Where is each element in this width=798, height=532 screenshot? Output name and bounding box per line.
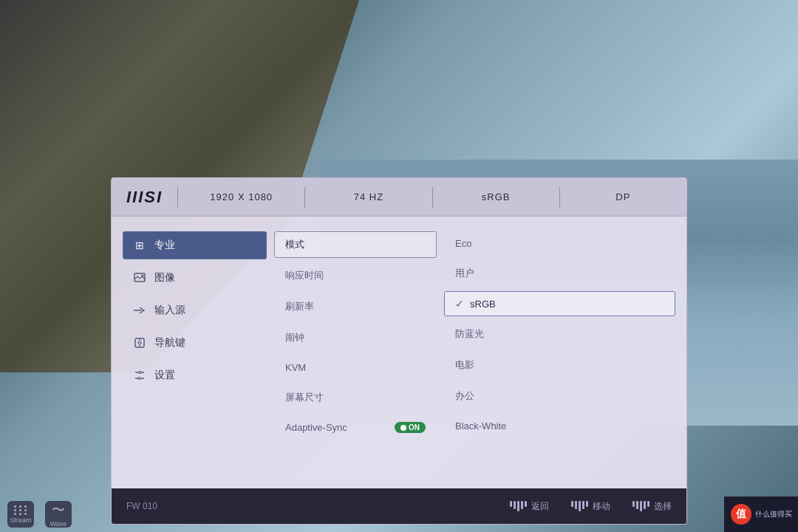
option-movie[interactable]: 电影: [444, 352, 675, 378]
zhi-text: 什么值得买: [755, 509, 792, 519]
mode-header[interactable]: 模式: [274, 231, 437, 258]
office-label: 办公: [455, 389, 474, 403]
zhidetamai-badge: 值 什么值得买: [724, 497, 798, 532]
nav-back-icon: [510, 501, 527, 511]
bottom-nav: 返回 移动 选择: [510, 500, 672, 513]
osd-body: ⊞ 专业 图像: [112, 216, 686, 524]
mode-refresh-rate[interactable]: 刷新率: [274, 293, 437, 320]
toggle-text: ON: [409, 423, 420, 432]
adaptive-sync-label: Adaptive-Sync: [285, 422, 347, 433]
right-column: Eco 用户 ✓ sRGB 防蓝光 电影 办公 Black-White: [444, 231, 675, 513]
adaptive-sync-toggle[interactable]: ON: [395, 422, 426, 433]
kvm-label: KVM: [285, 362, 306, 373]
osd-bottom-bar: FW 010 返回 移: [112, 488, 686, 524]
image-icon: [132, 270, 147, 285]
svg-point-1: [142, 275, 144, 277]
option-user[interactable]: 用户: [444, 260, 675, 287]
stream-label: Stream: [10, 516, 31, 524]
nav-select-label: 选择: [654, 500, 672, 513]
mode-screen-size[interactable]: 屏幕尺寸: [274, 384, 437, 411]
option-black-white[interactable]: Black-White: [444, 414, 675, 438]
svg-point-12: [138, 378, 140, 380]
wave-link-icon: 〜: [52, 501, 65, 519]
mode-response-time[interactable]: 响应时间: [274, 262, 437, 289]
middle-column: 模式 响应时间 刷新率 闹钟 KVM 屏幕尺寸 Adaptive-Sync: [274, 231, 437, 513]
nav-back[interactable]: 返回: [510, 500, 549, 513]
taskbar-wave-link[interactable]: 〜 Wave: [45, 501, 72, 528]
sidebar-item-image[interactable]: 图像: [123, 264, 267, 292]
taskbar: Stream 〜 Wave: [0, 497, 148, 532]
taskbar-stream[interactable]: Stream: [7, 501, 34, 528]
nav-key-icon: [132, 335, 147, 350]
movie-label: 电影: [455, 358, 474, 372]
sidebar-item-professional[interactable]: ⊞ 专业: [123, 231, 267, 259]
sidebar-label-image: 图像: [154, 271, 175, 284]
svg-point-11: [139, 372, 141, 374]
mode-label: 模式: [285, 238, 304, 251]
option-srgb[interactable]: ✓ sRGB: [444, 291, 675, 316]
mode-adaptive-sync[interactable]: Adaptive-Sync ON: [274, 415, 437, 440]
header-input: DP: [560, 191, 686, 202]
option-blue-light[interactable]: 防蓝光: [444, 321, 675, 347]
black-white-label: Black-White: [455, 420, 506, 432]
sidebar-item-input-source[interactable]: 输入源: [123, 296, 267, 324]
check-icon: ✓: [455, 298, 464, 310]
sidebar: ⊞ 专业 图像: [123, 231, 267, 513]
response-time-label: 响应时间: [285, 269, 324, 282]
user-label: 用户: [455, 267, 474, 280]
sidebar-label-input: 输入源: [154, 304, 185, 317]
eco-label: Eco: [455, 238, 471, 249]
osd-panel: IIISI 1920 X 1080 74 HZ sRGB DP ⊞ 专业: [111, 177, 687, 525]
stream-icon: [14, 505, 28, 515]
nav-select[interactable]: 选择: [632, 500, 672, 513]
header-color: sRGB: [433, 191, 559, 202]
nav-move-label: 移动: [593, 500, 610, 513]
settings-icon: [132, 368, 147, 383]
header-resolution: 1920 X 1080: [178, 191, 304, 202]
toggle-indicator: [400, 425, 406, 431]
mode-kvm[interactable]: KVM: [274, 355, 437, 380]
svg-point-4: [138, 341, 141, 344]
nav-move-icon: [571, 501, 588, 511]
osd-header: IIISI 1920 X 1080 74 HZ sRGB DP: [112, 178, 686, 216]
msi-logo: IIISI: [112, 188, 177, 207]
sidebar-label-professional: 专业: [154, 239, 175, 252]
srgb-label: sRGB: [470, 299, 496, 310]
mode-alarm[interactable]: 闹钟: [274, 324, 437, 351]
header-hz: 74 HZ: [305, 191, 432, 202]
sidebar-label-nav: 导航键: [154, 336, 185, 349]
refresh-rate-label: 刷新率: [285, 300, 314, 313]
blue-light-label: 防蓝光: [455, 327, 484, 341]
screen-size-label: 屏幕尺寸: [285, 391, 324, 404]
alarm-label: 闹钟: [285, 331, 304, 344]
nav-back-label: 返回: [531, 500, 549, 513]
input-icon: [132, 303, 147, 318]
sidebar-label-settings: 设置: [154, 369, 175, 382]
zhi-icon: 值: [731, 504, 751, 525]
sidebar-item-nav-key[interactable]: 导航键: [123, 329, 267, 357]
professional-icon: ⊞: [132, 238, 147, 253]
sidebar-item-settings[interactable]: 设置: [123, 361, 267, 389]
nav-select-icon: [632, 501, 649, 511]
option-eco[interactable]: Eco: [444, 231, 675, 256]
option-office[interactable]: 办公: [444, 383, 675, 409]
wave-label: Wave: [50, 520, 67, 528]
nav-move[interactable]: 移动: [571, 500, 610, 513]
